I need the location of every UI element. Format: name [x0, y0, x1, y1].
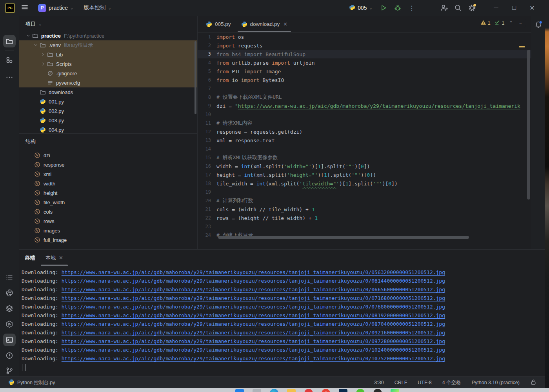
inspection-widget[interactable]: 1 1 ⌃ ⌄ [478, 18, 526, 28]
project-scrollbar[interactable] [195, 41, 196, 114]
console-output[interactable]: Downloading: https://www.nara-wu.ac.jp/a… [19, 266, 545, 371]
tree-item-002-py[interactable]: 002.py [19, 106, 197, 116]
tree-item-004-py[interactable]: 004.py [19, 125, 197, 134]
code-line-20[interactable]: 20# 计算列和行数 [198, 196, 531, 205]
download-url-link[interactable]: https://www.nara-wu.ac.jp/aic/gdb/mahoro… [62, 338, 445, 344]
close-icon[interactable]: ✕ [283, 21, 287, 27]
chevron-down-icon[interactable]: ⌄ [38, 22, 42, 26]
download-url-link[interactable]: https://www.nara-wu.ac.jp/aic/gdb/mahoro… [62, 278, 445, 284]
tree-item-pyvenv-cfg[interactable]: pyvenv.cfg [19, 78, 197, 87]
chevron-down-icon[interactable] [25, 33, 32, 38]
run-button[interactable] [377, 2, 390, 14]
structure-item-response[interactable]: response [19, 160, 197, 169]
pycharm-logo[interactable]: PC [5, 4, 15, 13]
code-line-21[interactable]: 21cols = (width // tile_width) + 1 [198, 205, 531, 214]
lock-icon[interactable] [530, 379, 536, 387]
prev-problem-icon[interactable]: ⌃ [508, 20, 514, 25]
taskbar-icon-edge[interactable] [270, 389, 278, 392]
code-with-me-button[interactable] [438, 2, 450, 14]
download-url-link[interactable]: https://www.nara-wu.ac.jp/aic/gdb/mahoro… [62, 304, 445, 310]
structure-item-images[interactable]: images [19, 226, 197, 235]
code-line-1[interactable]: 1import os [198, 33, 531, 41]
code-line-6[interactable]: 6from io import BytesIO [198, 76, 531, 84]
code-line-15[interactable]: 15# 解析XML以获取图像参数 [198, 153, 531, 162]
windows-taskbar[interactable] [0, 388, 549, 392]
code-line-4[interactable]: 4from urllib.parse import urljoin [198, 58, 531, 67]
taskbar-icon-explorer[interactable] [253, 389, 261, 392]
settings-button[interactable] [466, 2, 478, 14]
run-config-widget[interactable]: 005 ⌄ [346, 2, 376, 14]
project-tool-icon[interactable] [3, 35, 16, 47]
status-item-4----[interactable]: 4 个空格 [442, 379, 461, 386]
download-url-link[interactable]: https://www.nara-wu.ac.jp/aic/gdb/mahoro… [62, 356, 445, 361]
code-line-18[interactable]: 18tile_width = int(xml.split('tilewidth=… [198, 179, 531, 188]
structure-item-full_image[interactable]: full_image [19, 235, 197, 245]
structure-item-xml[interactable]: xml [19, 169, 197, 179]
code-line-10[interactable]: 10 [198, 110, 531, 119]
status-item-python-3-10--practice-[interactable]: Python 3.10 (practice) [472, 380, 520, 385]
close-button[interactable]: ✕ [523, 0, 541, 15]
maximize-button[interactable]: ☐ [505, 0, 523, 15]
python-packages-icon[interactable] [3, 287, 16, 299]
editor-horizontal-scrollbar[interactable] [218, 236, 469, 239]
structure-item-tile_width[interactable]: tile_width [19, 198, 197, 207]
minimize-button[interactable]: ─ [487, 0, 505, 15]
next-problem-icon[interactable]: ⌄ [518, 20, 524, 25]
structure-tool-icon[interactable] [3, 54, 16, 66]
code-line-3[interactable]: 3from bs4 import BeautifulSoup [198, 50, 531, 58]
structure-item-rows[interactable]: rows [19, 216, 197, 226]
download-url-link[interactable]: https://www.nara-wu.ac.jp/aic/gdb/mahoro… [62, 330, 445, 336]
console-indicator[interactable]: Python 控制台.py [0, 379, 55, 387]
status-item-crlf[interactable]: CRLF [394, 380, 407, 385]
problems-tool-icon[interactable] [3, 349, 16, 362]
taskbar-icon-netease[interactable] [304, 389, 313, 392]
notifications-button[interactable] [533, 20, 544, 30]
code-line-12[interactable]: 12response = requests.get(dzi) [198, 127, 531, 136]
taskbar-icon-folder[interactable] [287, 389, 296, 392]
download-url-link[interactable]: https://www.nara-wu.ac.jp/aic/gdb/mahoro… [62, 321, 445, 327]
todo-tool-icon[interactable] [3, 271, 16, 283]
editor-tab-005-py[interactable]: 005.py [201, 16, 236, 32]
debug-button[interactable] [391, 2, 404, 14]
terminal-tab-local[interactable]: 本地 ✕ [41, 250, 68, 266]
more-tools-icon[interactable] [3, 71, 16, 83]
download-url-link[interactable]: https://www.nara-wu.ac.jp/aic/gdb/mahoro… [62, 295, 445, 301]
structure-item-cols[interactable]: cols [19, 207, 197, 216]
code-line-17[interactable]: 17height = int(xml.split('height="')[1].… [198, 171, 531, 179]
code-line-5[interactable]: 5from PIL import Image [198, 67, 531, 76]
main-menu-button[interactable] [18, 2, 31, 14]
status-item-utf-8[interactable]: UTF-8 [418, 380, 431, 385]
editor-tab-download-py[interactable]: download.py✕ [236, 16, 293, 32]
download-url-link[interactable]: https://www.nara-wu.ac.jp/aic/gdb/mahoro… [62, 347, 445, 353]
code-line-19[interactable]: 19 [198, 188, 531, 196]
download-url-link[interactable]: https://www.nara-wu.ac.jp/aic/gdb/mahoro… [62, 312, 445, 318]
run-tool-icon[interactable] [3, 318, 16, 330]
code-line-8[interactable]: 8# 设置要下载的XML文件URL [198, 93, 531, 102]
tree-item-003-py[interactable]: 003.py [19, 116, 197, 125]
code-line-23[interactable]: 23 [198, 222, 531, 231]
search-everywhere-button[interactable] [452, 2, 464, 14]
more-actions-button[interactable]: ⋮ [405, 2, 418, 14]
code-line-22[interactable]: 22rows = (height // tile_width) + 1 [198, 214, 531, 222]
close-icon[interactable]: ✕ [59, 255, 63, 261]
editor-vertical-scrollbar[interactable] [527, 50, 530, 200]
download-url-link[interactable]: https://www.nara-wu.ac.jp/aic/gdb/mahoro… [62, 269, 445, 275]
tree-item-downloads[interactable]: downloads [19, 87, 197, 97]
structure-item-width[interactable]: width [19, 179, 197, 188]
chevron-down-icon[interactable] [32, 43, 39, 47]
code-line-2[interactable]: 2import requests [198, 41, 531, 50]
structure-item-dzi[interactable]: dzi [19, 151, 197, 160]
status-item-3-30[interactable]: 3:30 [374, 380, 384, 385]
code-line-11[interactable]: 11# 请求XML内容 [198, 119, 531, 127]
services-tool-icon[interactable] [3, 302, 16, 315]
download-url-link[interactable]: https://www.nara-wu.ac.jp/aic/gdb/mahoro… [62, 287, 445, 292]
code-line-16[interactable]: 16width = int(xml.split('width="')[1].sp… [198, 162, 531, 171]
taskbar-icon-chrome[interactable] [322, 389, 330, 392]
terminal-tool-icon[interactable] [3, 334, 16, 346]
project-widget[interactable]: P practice ⌄ [35, 2, 76, 14]
taskbar-icon-wechat[interactable] [356, 389, 365, 392]
taskbar-icon-photoshop[interactable] [339, 389, 347, 392]
code-line-9[interactable]: 9dzi = "https://www.nara-wu.ac.jp/aic/gd… [198, 102, 531, 110]
vcs-widget[interactable]: 版本控制 ⌄ [80, 2, 114, 13]
chevron-right-icon[interactable] [40, 52, 47, 57]
